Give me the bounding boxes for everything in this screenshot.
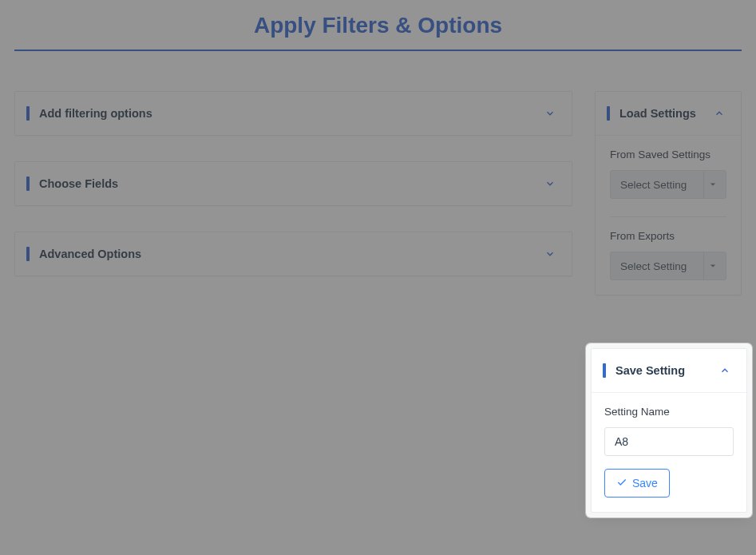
panel-add-filtering-options: Add filtering options (14, 91, 572, 136)
check-icon (616, 477, 627, 490)
panel-header-advanced-options[interactable]: Advanced Options (15, 232, 572, 276)
chevron-down-icon (543, 247, 557, 261)
select-from-exports[interactable]: Select Setting (610, 252, 726, 280)
label-setting-name: Setting Name (604, 406, 734, 418)
accent-bar (603, 363, 606, 378)
panel-title: Add filtering options (39, 107, 152, 120)
input-setting-name[interactable] (604, 427, 734, 456)
chevron-up-icon (712, 106, 726, 121)
select-value: Select Setting (620, 179, 687, 191)
panel-load-settings: Load Settings From Saved Settings Select… (595, 91, 742, 295)
save-button-label: Save (632, 477, 658, 490)
page-title: Apply Filters & Options (14, 0, 742, 50)
panel-title: Load Settings (619, 107, 696, 120)
panel-save-setting: Save Setting Setting Name Save (591, 348, 747, 513)
panel-header-add-filtering-options[interactable]: Add filtering options (15, 92, 572, 135)
panel-title: Choose Fields (39, 177, 118, 190)
chevron-down-icon (543, 106, 557, 121)
chevron-up-icon (718, 363, 732, 378)
chevron-down-icon (543, 176, 557, 191)
title-divider (14, 50, 742, 51)
select-from-saved-settings[interactable]: Select Setting (610, 170, 726, 199)
label-from-saved-settings: From Saved Settings (610, 149, 726, 161)
accent-bar (26, 176, 30, 191)
accent-bar (26, 247, 30, 261)
panel-title: Save Setting (615, 364, 685, 377)
panel-header-load-settings[interactable]: Load Settings (596, 92, 741, 135)
accent-bar (607, 106, 610, 121)
panel-title: Advanced Options (39, 248, 141, 260)
panel-choose-fields: Choose Fields (14, 161, 572, 206)
accent-bar (26, 106, 30, 121)
label-from-exports: From Exports (610, 230, 726, 242)
panel-header-save-setting[interactable]: Save Setting (592, 349, 746, 392)
caret-down-icon (703, 171, 721, 198)
caret-down-icon (703, 252, 721, 279)
panel-header-choose-fields[interactable]: Choose Fields (15, 162, 572, 205)
select-value: Select Setting (620, 260, 687, 272)
panel-advanced-options: Advanced Options (14, 232, 572, 276)
save-button[interactable]: Save (604, 469, 670, 498)
